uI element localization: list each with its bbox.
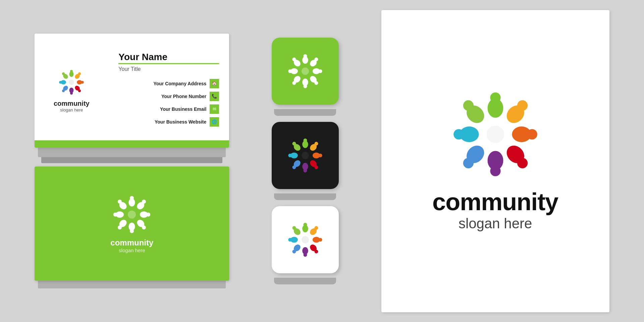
preview-shadow-green — [274, 109, 336, 116]
svg-point-61 — [303, 169, 307, 173]
svg-point-46 — [292, 81, 296, 85]
svg-point-31 — [113, 213, 117, 217]
svg-point-23 — [147, 213, 151, 217]
svg-point-14 — [59, 81, 62, 84]
card-phone-text: Your Phone Number — [161, 94, 206, 99]
svg-point-93 — [517, 158, 528, 168]
svg-point-51 — [302, 152, 309, 159]
svg-point-70 — [303, 223, 307, 226]
card-shadow-2 — [41, 156, 222, 163]
svg-point-6 — [81, 81, 84, 84]
svg-point-84 — [292, 226, 296, 230]
svg-point-55 — [314, 142, 318, 145]
main-container: community slogan here Your Name Your Tit… — [0, 0, 644, 322]
business-card-back: community slogan here — [35, 167, 229, 281]
back-card-logo-slogan: slogan here — [110, 247, 153, 253]
phone-icon: 📞 — [210, 92, 219, 101]
svg-point-48 — [288, 70, 292, 73]
svg-point-65 — [288, 154, 292, 157]
svg-point-95 — [490, 166, 500, 176]
svg-point-97 — [463, 158, 473, 168]
big-community-logo — [452, 91, 539, 178]
preview-shadow-white — [274, 278, 336, 284]
card-website-text: Your Business Website — [155, 119, 206, 125]
card-logo-slogan: slogan here — [54, 107, 90, 112]
svg-point-50 — [292, 57, 296, 61]
svg-point-74 — [319, 238, 322, 242]
svg-point-34 — [302, 67, 309, 75]
svg-point-53 — [303, 138, 307, 142]
big-slogan-text: slogan here — [432, 216, 558, 232]
svg-point-8 — [78, 90, 81, 92]
svg-point-17 — [128, 211, 136, 219]
card-logo-text: community slogan here — [54, 100, 90, 112]
svg-point-76 — [314, 250, 318, 254]
card-email-text: Your Business Email — [160, 106, 206, 112]
back-card-shadow-1 — [38, 280, 226, 288]
svg-point-27 — [130, 229, 134, 233]
big-community-text: community — [432, 188, 558, 216]
svg-point-57 — [319, 154, 322, 157]
preview-card-dark — [272, 122, 339, 189]
middle-section — [272, 38, 339, 284]
svg-point-33 — [118, 199, 122, 203]
card-logo-name: community — [54, 100, 90, 107]
svg-point-2 — [70, 70, 73, 73]
preview-card-white — [272, 206, 339, 273]
card-name: Your Name — [118, 52, 219, 62]
svg-point-82 — [288, 238, 292, 242]
card-title: Your Title — [118, 66, 219, 72]
card-shadow-1 — [38, 147, 226, 157]
community-logo-white — [112, 194, 152, 235]
svg-point-68 — [302, 236, 309, 243]
svg-point-67 — [292, 142, 296, 145]
left-section: community slogan here Your Name Your Tit… — [35, 34, 229, 288]
card-name-underline — [118, 63, 219, 64]
card-phone-row: Your Phone Number 📞 — [118, 92, 219, 101]
svg-point-91 — [527, 129, 537, 139]
svg-point-4 — [78, 72, 81, 75]
preview-card-green — [272, 38, 339, 105]
preview-logo-green — [287, 53, 324, 90]
svg-point-78 — [303, 253, 307, 257]
community-logo-card — [58, 69, 85, 96]
svg-point-72 — [314, 226, 318, 230]
svg-point-85 — [487, 126, 504, 143]
svg-point-19 — [130, 196, 134, 200]
email-icon: ✉ — [210, 104, 219, 114]
preview-shadow-dark — [274, 193, 336, 200]
card-address-row: Your Company Address 🏠 — [118, 79, 219, 88]
svg-point-38 — [314, 57, 318, 61]
svg-point-12 — [62, 90, 65, 92]
globe-icon: 🌐 — [210, 117, 219, 127]
card-website-row: Your Business Website 🌐 — [118, 117, 219, 127]
svg-point-89 — [517, 100, 528, 110]
svg-point-99 — [453, 129, 464, 139]
svg-point-42 — [314, 81, 318, 85]
back-card-logo-name: community — [110, 238, 153, 247]
svg-point-87 — [490, 92, 500, 103]
svg-point-29 — [118, 225, 122, 229]
right-section: community slogan here — [381, 10, 609, 312]
green-bar — [35, 140, 229, 148]
svg-point-40 — [319, 70, 322, 73]
svg-point-25 — [142, 225, 146, 229]
preview-logo-white — [287, 221, 324, 258]
preview-logo-dark — [287, 137, 324, 174]
svg-point-59 — [314, 166, 318, 169]
home-icon: 🏠 — [210, 79, 219, 88]
svg-point-16 — [62, 72, 65, 75]
svg-point-21 — [142, 199, 146, 203]
svg-point-0 — [69, 80, 74, 85]
business-card-front: community slogan here Your Name Your Tit… — [35, 34, 229, 148]
big-logo-text: community slogan here — [432, 188, 558, 232]
svg-point-63 — [292, 166, 296, 169]
svg-point-44 — [303, 85, 307, 88]
card-right: Your Name Your Title Your Company Addres… — [108, 34, 229, 148]
card-email-row: Your Business Email ✉ — [118, 104, 219, 114]
svg-point-36 — [303, 54, 307, 58]
svg-point-101 — [463, 100, 473, 110]
svg-point-80 — [292, 250, 296, 254]
card-left: community slogan here — [35, 34, 108, 148]
svg-point-10 — [70, 92, 73, 95]
